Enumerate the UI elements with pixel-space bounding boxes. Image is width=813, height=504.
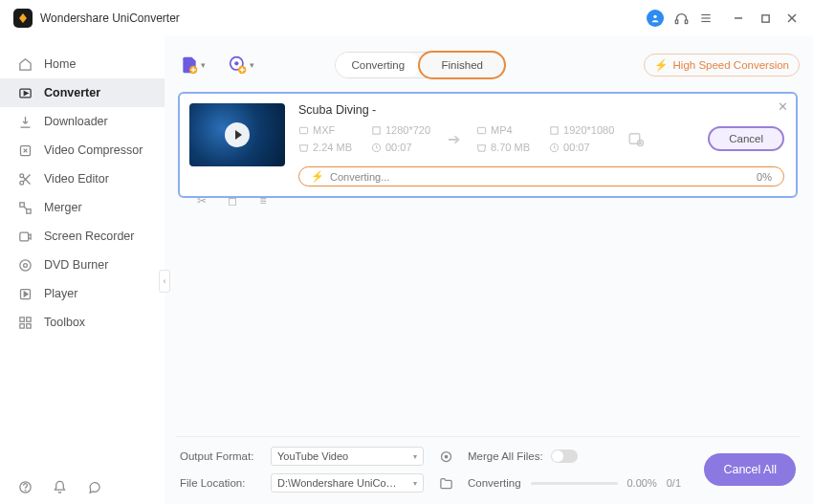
output-settings-icon[interactable] xyxy=(433,449,458,464)
compress-icon xyxy=(17,142,33,158)
chevron-down-icon: ▾ xyxy=(201,60,206,70)
target-meta: MP4 1920*1080 8.70 MB 00:07 xyxy=(476,124,614,153)
main-panel: ▾ ▾ Converting Finished ⚡ High Speed Con… xyxy=(165,36,813,504)
converting-label: Converting xyxy=(468,477,521,489)
tab-finished[interactable]: Finished xyxy=(420,53,504,77)
sidebar-item-label: Downloader xyxy=(44,115,108,128)
conversion-task-card: ✕ ✂ ◻ ≡ Scuba Diving - MXF xyxy=(178,92,798,198)
svg-rect-19 xyxy=(19,232,28,241)
user-avatar-icon[interactable] xyxy=(647,10,664,27)
download-icon xyxy=(17,114,33,129)
close-icon[interactable] xyxy=(784,11,800,26)
sidebar-item-label: Video Compressor xyxy=(44,143,143,157)
file-location-select[interactable]: D:\Wondershare UniConverter▾ xyxy=(271,473,424,493)
sidebar-item-merger[interactable]: Merger xyxy=(0,193,165,222)
sidebar-item-compressor[interactable]: Video Compressor xyxy=(0,136,165,164)
svg-rect-24 xyxy=(19,317,23,320)
help-icon[interactable] xyxy=(17,479,33,494)
disc-icon xyxy=(17,257,33,273)
home-icon xyxy=(17,56,33,72)
sidebar-item-label: Converter xyxy=(44,86,100,99)
svg-point-14 xyxy=(19,181,23,185)
sidebar-item-recorder[interactable]: Screen Recorder xyxy=(0,222,165,251)
chevron-down-icon: ▾ xyxy=(250,60,254,70)
play-icon xyxy=(225,122,250,147)
output-format-label: Output Format: xyxy=(180,450,261,462)
source-meta: MXF 1280*720 2.24 MB 00:07 xyxy=(298,124,430,153)
sidebar-item-label: Toolbox xyxy=(44,316,85,329)
play-icon xyxy=(17,286,33,301)
collapse-sidebar-icon[interactable]: ‹ xyxy=(159,270,170,293)
sidebar-item-downloader[interactable]: Downloader xyxy=(0,107,165,136)
bell-icon[interactable] xyxy=(52,479,67,494)
feedback-icon[interactable] xyxy=(86,479,101,494)
close-task-icon[interactable]: ✕ xyxy=(778,99,788,114)
svg-rect-26 xyxy=(19,323,23,327)
sidebar-item-label: Screen Recorder xyxy=(44,230,135,243)
task-title: Scuba Diving - xyxy=(298,103,784,117)
sidebar: Home Converter Downloader Video Compress… xyxy=(0,36,165,504)
converter-icon xyxy=(17,85,33,100)
file-location-label: File Location: xyxy=(180,477,261,489)
converting-count: 0/1 xyxy=(667,477,681,489)
tab-switch: Converting Finished xyxy=(335,52,505,78)
sidebar-item-home[interactable]: Home xyxy=(0,50,165,78)
bolt-icon: ⚡ xyxy=(311,170,324,183)
bolt-icon: ⚡ xyxy=(654,58,668,72)
output-settings-icon[interactable] xyxy=(627,130,645,147)
bottom-bar: Output Format: YouTube Video▾ Merge All … xyxy=(176,436,800,504)
sidebar-item-label: Video Editor xyxy=(44,172,109,186)
sidebar-item-label: Player xyxy=(44,287,77,300)
progress-bar: ⚡ Converting... 0% xyxy=(298,166,784,186)
title-bar: Wondershare UniConverter xyxy=(0,0,813,36)
svg-rect-17 xyxy=(19,202,23,206)
progress-percent: 0% xyxy=(757,171,772,183)
svg-rect-1 xyxy=(675,19,678,23)
crop-icon[interactable]: ◻ xyxy=(224,192,241,209)
sidebar-item-dvd[interactable]: DVD Burner xyxy=(0,251,165,279)
high-speed-label: High Speed Conversion xyxy=(673,59,789,71)
svg-rect-38 xyxy=(551,126,558,133)
sidebar-item-player[interactable]: Player xyxy=(0,279,165,308)
sidebar-item-converter[interactable]: Converter xyxy=(0,78,165,107)
svg-rect-34 xyxy=(299,127,307,133)
headset-icon[interactable] xyxy=(673,11,689,26)
svg-rect-27 xyxy=(26,323,30,327)
output-format-select[interactable]: YouTube Video▾ xyxy=(271,447,424,466)
high-speed-button[interactable]: ⚡ High Speed Conversion xyxy=(644,54,800,77)
svg-point-43 xyxy=(445,455,448,458)
merge-label: Merge All Files: xyxy=(468,450,543,462)
merge-toggle[interactable] xyxy=(551,449,578,463)
cancel-all-button[interactable]: Cancel All xyxy=(704,453,796,486)
menu-icon[interactable] xyxy=(698,11,714,26)
svg-point-0 xyxy=(653,15,656,18)
open-folder-icon[interactable] xyxy=(433,476,458,491)
sidebar-item-label: DVD Burner xyxy=(44,258,108,272)
trim-icon[interactable]: ✂ xyxy=(193,192,210,209)
add-file-button[interactable]: ▾ xyxy=(180,55,206,75)
sidebar-item-toolbox[interactable]: Toolbox xyxy=(0,308,165,337)
grid-icon xyxy=(17,315,33,330)
svg-rect-18 xyxy=(26,208,30,212)
svg-marker-11 xyxy=(24,91,28,95)
overall-progress-track xyxy=(531,482,618,485)
progress-status: Converting... xyxy=(330,171,389,183)
sidebar-item-label: Merger xyxy=(44,201,82,214)
svg-point-20 xyxy=(19,259,30,270)
sidebar-item-editor[interactable]: Video Editor xyxy=(0,164,165,193)
svg-point-29 xyxy=(25,490,26,491)
app-logo xyxy=(13,9,33,28)
effects-icon[interactable]: ≡ xyxy=(254,192,272,209)
svg-marker-23 xyxy=(24,292,28,296)
svg-rect-7 xyxy=(761,14,768,21)
minimize-icon[interactable] xyxy=(731,11,746,26)
svg-point-13 xyxy=(19,173,23,177)
svg-point-32 xyxy=(234,61,238,65)
maximize-icon[interactable] xyxy=(758,11,773,26)
tab-converting[interactable]: Converting xyxy=(336,53,420,77)
add-disc-button[interactable]: ▾ xyxy=(229,55,254,75)
video-thumbnail[interactable] xyxy=(189,103,285,166)
cancel-button[interactable]: Cancel xyxy=(708,126,784,151)
arrow-right-icon: ➔ xyxy=(436,130,471,148)
svg-rect-25 xyxy=(26,317,30,320)
